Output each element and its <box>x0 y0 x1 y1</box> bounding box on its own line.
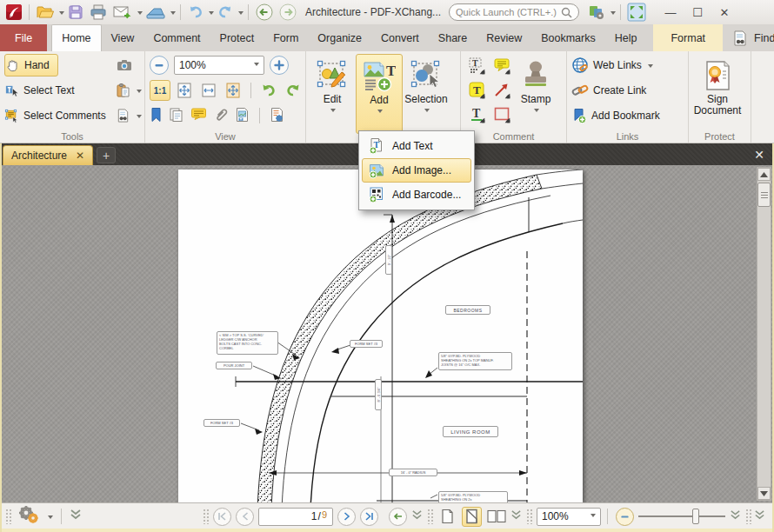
content-pane-button[interactable] <box>235 107 250 125</box>
menu-item-add-barcode[interactable]: Add Barcode... <box>362 183 471 207</box>
zoom-slider-thumb[interactable] <box>692 509 699 524</box>
fit-page-layout-button[interactable] <box>462 507 482 527</box>
scroll-down-button[interactable] <box>757 487 771 500</box>
select-text-button[interactable]: Select Text <box>4 79 111 102</box>
find-tool-button[interactable] <box>116 104 144 127</box>
tab-file[interactable]: File <box>0 24 47 51</box>
attachments-pane-button[interactable] <box>213 107 229 125</box>
tab-home[interactable]: Home <box>51 24 101 51</box>
more-toolbars-chevron-icon[interactable] <box>754 509 765 524</box>
tab-form[interactable]: Form <box>264 24 308 51</box>
statusbar-zoom-combobox[interactable]: 100% <box>537 508 601 526</box>
find-dropdown-caret[interactable] <box>137 115 142 121</box>
toolbar-grip[interactable] <box>5 509 11 524</box>
stamp-button[interactable]: Stamp <box>511 54 560 134</box>
fit-visible-button[interactable] <box>223 80 244 101</box>
underline-text-tool-button[interactable]: T <box>466 103 486 124</box>
redo-dropdown-caret[interactable] <box>238 11 244 17</box>
previous-page-button[interactable] <box>236 508 254 526</box>
tab-convert[interactable]: Convert <box>371 24 429 51</box>
actual-size-button[interactable]: 1:1 <box>150 80 170 101</box>
next-page-button[interactable] <box>337 508 356 526</box>
undo-dropdown-caret[interactable] <box>209 11 214 17</box>
create-link-button[interactable]: Create Link <box>571 79 688 102</box>
edit-button[interactable]: Edit <box>309 54 356 134</box>
page-number-field[interactable]: 1/9 <box>258 508 333 526</box>
expand-panes-icon[interactable] <box>70 509 82 524</box>
sticky-note-tool-button[interactable] <box>491 55 511 76</box>
tab-comment[interactable]: Comment <box>143 24 210 51</box>
scroll-up-button[interactable] <box>757 168 771 181</box>
last-page-button[interactable] <box>360 508 378 526</box>
hand-tool-button[interactable]: Hand <box>4 54 58 76</box>
quick-launch-input[interactable]: Quick Launch (CTRL+.) <box>449 3 579 21</box>
tab-view[interactable]: View <box>102 24 144 51</box>
zoom-level-combobox[interactable]: 100% <box>174 56 264 75</box>
view-history-chevron-icon[interactable] <box>411 509 423 524</box>
tab-bookmarks[interactable]: Bookmarks <box>531 24 605 51</box>
ui-options-dropdown-caret[interactable] <box>611 11 616 17</box>
rotate-cw-button[interactable] <box>283 80 304 101</box>
web-links-caret[interactable] <box>648 64 653 70</box>
tab-share[interactable]: Share <box>429 24 477 51</box>
scrollbar-thumb[interactable] <box>757 183 771 207</box>
snapshot-button[interactable] <box>116 54 144 76</box>
save-button[interactable] <box>65 2 86 23</box>
touch-mode-button[interactable] <box>625 2 648 23</box>
menu-item-add-image[interactable]: Add Image... <box>362 158 471 183</box>
toolbar-grip[interactable] <box>745 509 751 524</box>
paste-button[interactable] <box>116 79 144 102</box>
minimize-button[interactable]: — <box>657 3 684 22</box>
fit-width-button[interactable] <box>198 80 219 101</box>
rotate-ccw-button[interactable] <box>258 80 279 101</box>
toolbar-grip[interactable] <box>526 509 532 524</box>
comments-pane-button[interactable] <box>190 107 207 124</box>
new-document-tab-button[interactable]: + <box>97 147 116 163</box>
tab-help[interactable]: Help <box>605 24 647 51</box>
paste-dropdown-caret[interactable] <box>137 90 142 96</box>
selection-button[interactable]: Selection <box>403 54 450 134</box>
properties-pane-button[interactable] <box>270 107 284 125</box>
open-file-button[interactable] <box>34 2 57 23</box>
rectangle-tool-button[interactable] <box>491 103 511 124</box>
close-document-icon[interactable]: ✕ <box>754 148 774 165</box>
zoom-in-button[interactable] <box>270 56 289 75</box>
zoom-out-button[interactable] <box>150 56 169 75</box>
scan-button[interactable] <box>143 2 168 23</box>
fit-page-button[interactable] <box>174 80 195 101</box>
add-button[interactable]: T Add <box>356 54 403 134</box>
ui-options-button[interactable] <box>585 2 608 23</box>
close-button[interactable]: ✕ <box>711 3 737 22</box>
bookmarks-pane-button[interactable] <box>150 107 163 125</box>
thumbnails-pane-button[interactable] <box>169 107 184 125</box>
document-view[interactable]: BEDROOMS LIVING ROOM FORM SET #3 < SIM >… <box>2 165 772 502</box>
redo-icon[interactable] <box>215 2 236 23</box>
email-dropdown-caret[interactable] <box>137 11 143 17</box>
select-comments-button[interactable]: Select Comments <box>4 104 111 127</box>
statusbar-zoom-out-button[interactable] <box>616 508 634 526</box>
maximize-button[interactable]: ☐ <box>684 3 711 22</box>
arrow-tool-button[interactable] <box>491 79 511 100</box>
vertical-scrollbar[interactable] <box>757 167 771 501</box>
add-bookmark-button[interactable]: Add Bookmark <box>571 104 688 127</box>
layout-chevron-icon[interactable] <box>510 509 522 524</box>
previous-view-button[interactable] <box>389 508 407 526</box>
forward-view-button[interactable] <box>277 2 299 23</box>
open-file-dropdown-caret[interactable] <box>59 11 64 17</box>
zoom-chevron-icon[interactable] <box>730 509 741 524</box>
pdf-page[interactable]: BEDROOMS LIVING ROOM FORM SET #3 < SIM >… <box>178 170 583 502</box>
options-dropdown-caret[interactable] <box>48 515 53 522</box>
undo-icon[interactable] <box>185 2 206 23</box>
typewriter-tool-button[interactable]: T <box>466 55 486 76</box>
print-button[interactable] <box>87 2 110 23</box>
email-button[interactable] <box>110 2 135 23</box>
tab-organize[interactable]: Organize <box>308 24 371 51</box>
single-page-layout-button[interactable] <box>437 507 457 527</box>
tab-protect[interactable]: Protect <box>210 24 264 51</box>
document-tab-architecture[interactable]: Architecture ✕ <box>3 145 93 165</box>
find-button[interactable]: Find... <box>731 24 774 51</box>
tab-review[interactable]: Review <box>477 24 531 51</box>
zoom-slider[interactable] <box>638 508 725 525</box>
highlight-text-tool-button[interactable]: T <box>466 79 486 100</box>
toolbar-grip[interactable] <box>427 509 433 524</box>
